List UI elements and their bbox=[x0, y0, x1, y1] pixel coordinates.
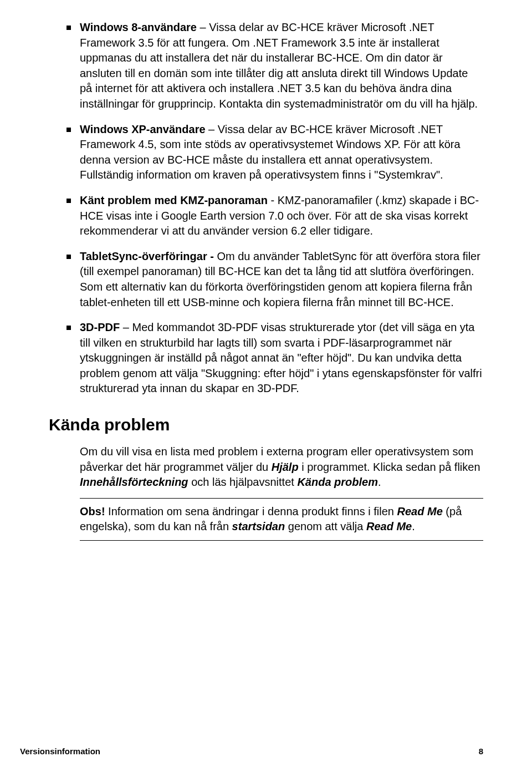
note-box: Obs! Information om sena ändringar i den… bbox=[80, 498, 483, 541]
text-startsidan: startsidan bbox=[232, 520, 285, 532]
list-item-text: – Vissa delar av BC-HCE kräver Microsoft… bbox=[80, 21, 478, 110]
list-item-bold: Windows XP-användare bbox=[80, 123, 206, 135]
list-item: Windows 8-användare – Vissa delar av BC-… bbox=[65, 20, 483, 112]
bullet-list: Windows 8-användare – Vissa delar av BC-… bbox=[49, 20, 483, 397]
text-run: Information om sena ändringar i denna pr… bbox=[105, 505, 397, 517]
text-readme: Read Me bbox=[397, 505, 443, 517]
text-run: och läs hjälpavsnittet bbox=[191, 476, 297, 488]
footer-title: Versionsinformation bbox=[20, 746, 100, 756]
list-item: 3D-PDF – Med kommandot 3D-PDF visas stru… bbox=[65, 320, 483, 397]
paragraph: Om du vill visa en lista med problem i e… bbox=[80, 444, 483, 490]
text-run: . bbox=[378, 476, 381, 488]
text-run: i programmet. Klicka sedan på fliken bbox=[299, 461, 480, 473]
text-innehallsforteckning: Innehållsförteckning bbox=[80, 476, 191, 488]
list-item-bold: Windows 8-användare bbox=[80, 21, 197, 33]
text-run: genom att välja bbox=[285, 520, 366, 532]
list-item-bold: Känt problem med KMZ-panoraman bbox=[80, 194, 268, 206]
text-kanda-problem: Kända problem bbox=[297, 476, 378, 488]
list-item-text: – Med kommandot 3D-PDF visas strukturera… bbox=[80, 321, 482, 394]
page-footer: Versionsinformation 8 bbox=[0, 746, 532, 756]
text-run: . bbox=[412, 520, 415, 532]
note-label: Obs! bbox=[80, 505, 105, 517]
section-heading-kanda-problem: Kända problem bbox=[49, 415, 483, 434]
text-hjalp: Hjälp bbox=[272, 461, 299, 473]
list-item-bold: 3D-PDF bbox=[80, 321, 120, 333]
list-item-bold: TabletSync-överföringar - bbox=[80, 250, 217, 262]
list-item: TabletSync-överföringar - Om du använder… bbox=[65, 249, 483, 310]
document-page: Windows 8-användare – Vissa delar av BC-… bbox=[0, 0, 532, 767]
list-item: Känt problem med KMZ-panoraman - KMZ-pan… bbox=[65, 193, 483, 239]
footer-page-number: 8 bbox=[479, 746, 483, 756]
list-item: Windows XP-användare – Vissa delar av BC… bbox=[65, 122, 483, 183]
text-readme: Read Me bbox=[366, 520, 412, 532]
